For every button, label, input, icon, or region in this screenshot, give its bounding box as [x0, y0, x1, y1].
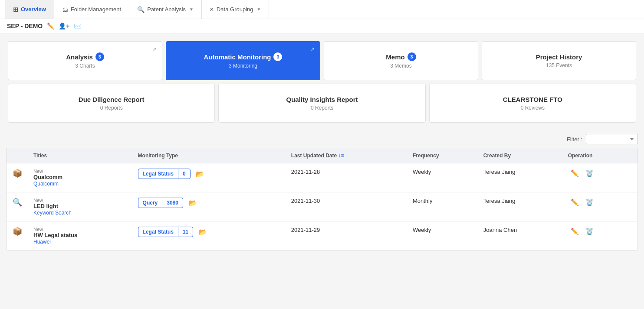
- nav-tab-overview[interactable]: ⊞ Overview: [5, 0, 54, 19]
- card-quality-insights[interactable]: Quality Insights Report 0 Reports: [218, 84, 425, 123]
- external-link-icon[interactable]: ↗: [310, 46, 315, 52]
- row-title-cell: New LED light Keyword Search: [28, 192, 133, 221]
- edit-button[interactable]: ✏️: [568, 169, 582, 178]
- card-analysis[interactable]: ↗ Analysis 3 3 Charts: [8, 41, 162, 80]
- cards-row-1: ↗ Analysis 3 3 Charts ↗ Automatic Monito…: [6, 39, 638, 82]
- col-last-updated[interactable]: Last Updated Date ↓≡: [286, 148, 407, 163]
- folder-open-icon[interactable]: 📂: [188, 199, 197, 207]
- external-link-icon[interactable]: ↗: [152, 46, 157, 52]
- badge-count: 11: [178, 227, 193, 237]
- badge-label: Legal Status: [138, 169, 178, 179]
- card-title-project-history: Project History: [536, 53, 582, 61]
- edit-button[interactable]: ✏️: [568, 198, 582, 207]
- row-title-cell: New Qualcomm Qualcomm: [28, 163, 133, 192]
- box-icon: 📦: [13, 169, 22, 178]
- col-monitoring-type: Monitoring Type: [133, 148, 286, 163]
- folder-open-icon[interactable]: 📂: [196, 170, 204, 178]
- nav-tab-data-grouping[interactable]: ✕ Data Grouping ▼: [202, 0, 269, 19]
- card-subtitle-memo: 3 Memos: [390, 63, 411, 69]
- row-type-container: Legal Status 11 📂: [138, 227, 281, 237]
- col-icon: [7, 148, 28, 163]
- sort-icon: ↓≡: [338, 153, 344, 159]
- row-main-title: LED light: [33, 203, 128, 209]
- delete-button[interactable]: 🗑️: [583, 198, 596, 207]
- card-memo[interactable]: Memo 3 3 Memos: [324, 41, 478, 80]
- row-monitoring-type-cell: Legal Status 11 📂: [133, 221, 286, 250]
- card-subtitle-analysis: 3 Charts: [75, 63, 95, 69]
- delete-button[interactable]: 🗑️: [583, 227, 596, 236]
- badge-automatic-monitoring: 3: [273, 52, 282, 61]
- card-project-history[interactable]: Project History 135 Events: [482, 41, 636, 80]
- add-user-icon[interactable]: 👤+: [59, 23, 69, 29]
- filter-select[interactable]: [586, 134, 638, 144]
- nav-tab-overview-label: Overview: [21, 6, 46, 13]
- badge-label: Query: [138, 198, 163, 208]
- row-type-container: Query 3080 📂: [138, 198, 281, 208]
- filter-label: Filter :: [567, 136, 582, 143]
- monitoring-badge[interactable]: Legal Status 0: [138, 169, 191, 179]
- table-row: 📦 New HW Legal status Huawei Legal Statu…: [7, 221, 637, 250]
- card-title-quality-insights: Quality Insights Report: [286, 96, 358, 103]
- row-status: New: [33, 227, 128, 232]
- delete-button[interactable]: 🗑️: [583, 169, 596, 178]
- row-main-title: HW Legal status: [33, 232, 128, 238]
- row-monitoring-type-cell: Query 3080 📂: [133, 192, 286, 221]
- card-clearstone-fto[interactable]: CLEARSTONE FTO 0 Reviews: [429, 84, 636, 123]
- row-created-by: Teresa Jiang: [478, 163, 563, 192]
- card-subtitle-due-diligence: 0 Reports: [100, 105, 123, 111]
- row-status: New: [33, 169, 128, 174]
- col-operation: Operation: [563, 148, 637, 163]
- card-subtitle-project-history: 135 Events: [546, 62, 572, 68]
- row-link[interactable]: Huawei: [33, 239, 51, 245]
- nav-tab-folder-label: Folder Management: [71, 6, 121, 13]
- col-titles: Titles: [28, 148, 133, 163]
- folder-open-icon[interactable]: 📂: [198, 228, 207, 236]
- monitoring-table: TitlesMonitoring TypeLast Updated Date ↓…: [6, 148, 638, 250]
- row-link[interactable]: Keyword Search: [33, 210, 72, 216]
- monitoring-badge[interactable]: Legal Status 11: [138, 227, 194, 237]
- col-frequency: Frequency: [407, 148, 478, 163]
- card-title-analysis: Analysis 3: [66, 52, 104, 61]
- top-nav: ⊞ Overview 🗂 Folder Management 🔍 Patent …: [0, 0, 644, 19]
- nav-tab-folder-management[interactable]: 🗂 Folder Management: [54, 0, 129, 19]
- row-status: New: [33, 198, 128, 203]
- row-created-by: Joanna Chen: [478, 221, 563, 250]
- row-operation-cell: ✏️ 🗑️: [563, 163, 637, 192]
- row-monitoring-type-cell: Legal Status 0 📂: [133, 163, 286, 192]
- card-title-due-diligence: Due Diligence Report: [79, 96, 145, 103]
- filter-bar: Filter :: [0, 130, 644, 148]
- nav-tab-patent-analysis[interactable]: 🔍 Patent Analysis ▼: [129, 0, 202, 19]
- project-name: SEP - DEMO: [7, 23, 43, 29]
- project-bar: SEP - DEMO ✏️ 👤+ ✉️: [0, 19, 644, 33]
- card-subtitle-clearstone-fto: 0 Reviews: [521, 105, 545, 111]
- table-row: 📦 New Qualcomm Qualcomm Legal Status 0 📂…: [7, 163, 637, 192]
- row-type-container: Legal Status 0 📂: [138, 169, 281, 179]
- email-icon[interactable]: ✉️: [74, 23, 81, 29]
- monitoring-badge[interactable]: Query 3080: [138, 198, 183, 208]
- card-subtitle-automatic-monitoring: 3 Monitoring: [229, 63, 257, 69]
- row-link[interactable]: Qualcomm: [33, 181, 59, 187]
- edit-button[interactable]: ✏️: [568, 227, 582, 236]
- chevron-down-icon-2: ▼: [257, 7, 261, 12]
- card-subtitle-quality-insights: 0 Reports: [311, 105, 333, 111]
- edit-project-icon[interactable]: ✏️: [47, 23, 54, 29]
- chevron-down-icon: ▼: [189, 7, 194, 12]
- card-automatic-monitoring[interactable]: ↗ Automatic Monitoring 3 3 Monitoring: [166, 41, 320, 80]
- search-icon: 🔍: [13, 198, 22, 207]
- box-icon: 📦: [13, 227, 22, 236]
- badge-memo: 3: [407, 52, 416, 61]
- table-header: TitlesMonitoring TypeLast Updated Date ↓…: [7, 148, 637, 163]
- badge-count: 3080: [162, 198, 183, 208]
- badge-label: Legal Status: [138, 227, 178, 237]
- overview-icon: ⊞: [13, 6, 18, 13]
- card-due-diligence[interactable]: Due Diligence Report 0 Reports: [8, 84, 215, 123]
- row-operation-cell: ✏️ 🗑️: [563, 221, 637, 250]
- card-title-clearstone-fto: CLEARSTONE FTO: [503, 96, 562, 103]
- row-main-title: Qualcomm: [33, 174, 128, 180]
- grouping-icon: ✕: [210, 7, 214, 13]
- row-frequency: Weekly: [407, 221, 478, 250]
- row-title-cell: New HW Legal status Huawei: [28, 221, 133, 250]
- cards-row-2: Due Diligence Report 0 Reports Quality I…: [6, 82, 638, 124]
- card-title-automatic-monitoring: Automatic Monitoring 3: [204, 52, 283, 61]
- row-frequency: Weekly: [407, 163, 478, 192]
